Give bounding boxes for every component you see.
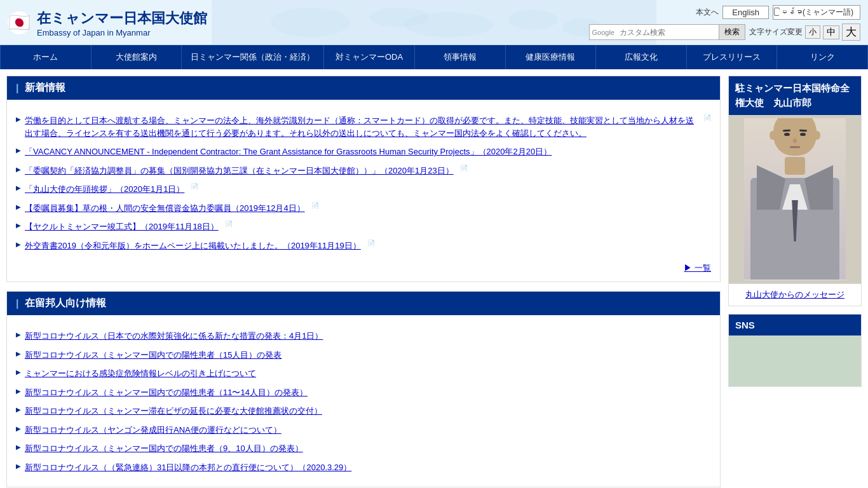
font-medium-button[interactable]: 中	[823, 25, 839, 39]
font-large-button[interactable]: 大	[842, 24, 860, 41]
right-sidebar: 駐ミャンマー日本国特命全権大使 丸山市郎	[728, 76, 862, 395]
news-link-0[interactable]: 労働を目的として日本へ渡航する場合、ミャンマーの法令上、海外就労識別カード（通称…	[25, 114, 697, 139]
search-row: Google 検索 文字サイズ変更 小 中 大	[589, 24, 860, 41]
residents-section: 在留邦人向け情報 新型コロナウイルス（日本での水際対策強化に係る新たな措置の発表…	[6, 291, 721, 487]
site-title-japanese: 在ミャンマー日本国大使館	[37, 9, 207, 28]
list-item: 「丸山大使の年頭挨拶」（2020年1月1日） 📄	[16, 180, 711, 199]
news-list: 労働を目的として日本へ渡航する場合、ミャンマーの法令上、海外就労識別カード（通称…	[7, 106, 720, 260]
font-size-controls: 文字サイズ変更 小 中 大	[749, 24, 860, 41]
list-item: 新型コロナウイルス（ミャンマー国内での陽性患者（15人目）の発表	[16, 346, 711, 365]
header-controls: 本文へ English မြန်မာ(ミャンマー語) Google 検索 文字サ…	[589, 5, 860, 41]
sns-block: SNS	[728, 314, 862, 387]
residents-link-7[interactable]: 新型コロナウイルス（（緊急連絡）31日以降の本邦との直行便について）（2020.…	[25, 461, 351, 474]
residents-link-5[interactable]: 新型コロナウイルス（ヤンゴン発成田行ANA便の運行などについて）	[25, 424, 281, 437]
list-item: 「委嘱契約「経済協力調整員」の募集（国別開発協力第三課（在ミャンマー日本国大使館…	[16, 161, 711, 180]
list-item: 労働を目的として日本へ渡航する場合、ミャンマーの法令上、海外就労識別カード（通称…	[16, 111, 711, 142]
news-link-5[interactable]: 【ヤクルトミャンマー竣工式】（2019年11月18日）	[25, 220, 219, 233]
list-item: 新型コロナウイルス（日本での水際対策強化に係る新たな措置の発表：4月1日）	[16, 327, 711, 346]
news-section-header: 新着情報	[7, 76, 720, 100]
pdf-icon-5: 📄	[225, 220, 233, 227]
font-size-label: 文字サイズ変更	[749, 27, 803, 37]
sns-content	[729, 336, 861, 386]
pdf-icon-3: 📄	[191, 183, 198, 190]
ichiran-row: 一覧	[7, 260, 720, 276]
nav-item-health[interactable]: 健康医療情報	[506, 45, 597, 69]
site-header: 🇯🇵 在ミャンマー日本国大使館 Embassy of Japan in Myan…	[0, 0, 868, 45]
residents-title: 在留邦人向け情報	[25, 297, 106, 310]
flag-icon: 🇯🇵	[8, 11, 31, 34]
left-content: 新着情報 労働を目的として日本へ渡航する場合、ミャンマーの法令上、海外就労識別カ…	[6, 76, 721, 488]
nav-item-links[interactable]: リンク	[777, 45, 868, 69]
nav-item-embassy[interactable]: 大使館案内	[92, 45, 182, 69]
pdf-icon-0: 📄	[703, 114, 711, 121]
list-item: 新型コロナウイルス（ヤンゴン発成田行ANA便の運行などについて）	[16, 421, 711, 440]
list-item: 新型コロナウイルス（ミャンマー国内での陽性患者（11〜14人目）の発表）	[16, 383, 711, 402]
residents-link-3[interactable]: 新型コロナウイルス（ミャンマー国内での陽性患者（11〜14人目）の発表）	[25, 386, 308, 399]
nav-item-home[interactable]: ホーム	[0, 45, 92, 69]
svg-point-2	[370, 8, 429, 27]
search-button[interactable]: 検索	[719, 25, 745, 39]
nav-item-press[interactable]: プレスリリース	[687, 45, 778, 69]
pdf-icon-6: 📄	[367, 240, 375, 247]
google-label: Google	[590, 29, 617, 36]
ichiran-link[interactable]: 一覧	[684, 263, 711, 273]
list-item: 【委嘱員募集】草の根・人間の安全無償資金協力委嘱員（2019年12月4日） 📄	[16, 199, 711, 218]
sns-header: SNS	[729, 315, 861, 336]
ambassador-block: 駐ミャンマー日本国特命全権大使 丸山市郎	[728, 76, 862, 306]
ambassador-photo	[729, 115, 861, 283]
svg-point-3	[404, 12, 493, 37]
nav-item-relations[interactable]: 日ミャンマー関係（政治・経済）	[182, 45, 324, 69]
ambassador-header: 駐ミャンマー日本国特命全権大使 丸山市郎	[729, 76, 861, 115]
list-item: 新型コロナウイルス（ミャンマー滞在ビザの延長に必要な大使館推薦状の交付）	[16, 402, 711, 421]
site-title-block: 在ミャンマー日本国大使館 Embassy of Japan in Myanmar	[37, 9, 207, 37]
english-button[interactable]: English	[722, 6, 769, 19]
nav-item-culture[interactable]: 広報文化	[596, 45, 687, 69]
news-link-1[interactable]: 「VACANCY ANNOUNCEMENT - Independent Cont…	[25, 146, 552, 158]
residents-link-6[interactable]: 新型コロナウイルス（ミャンマー国内での陽性患者（9、10人目）の発表）	[25, 442, 303, 455]
search-input[interactable]	[617, 27, 719, 38]
news-title: 新着情報	[25, 81, 65, 95]
list-item: 新型コロナウイルス（ミャンマー国内での陽性患者（9、10人目）の発表）	[16, 439, 711, 458]
residents-link-0[interactable]: 新型コロナウイルス（日本での水際対策強化に係る新たな措置の発表：4月1日）	[25, 330, 323, 342]
font-small-button[interactable]: 小	[805, 25, 820, 39]
main-navigation: ホーム 大使館案内 日ミャンマー関係（政治・経済） 対ミャンマーODA 領事情報…	[0, 45, 868, 69]
list-item: 【ヤクルトミャンマー竣工式】（2019年11月18日） 📄	[16, 217, 711, 236]
nav-item-oda[interactable]: 対ミャンマーODA	[324, 45, 415, 69]
pdf-icon-4: 📄	[311, 202, 319, 209]
residents-link-4[interactable]: 新型コロナウイルス（ミャンマー滞在ビザの延長に必要な大使館推薦状の交付）	[25, 405, 322, 417]
list-item: 外交青書2019（令和元年版）をホームページ上に掲載いたしました。（2019年1…	[16, 236, 711, 255]
myanmar-button[interactable]: မြန်မာ(ミャンマー語)	[773, 5, 860, 20]
honbun-link[interactable]: 本文へ	[696, 7, 719, 18]
residents-link-2[interactable]: ミャンマーにおける感染症危険情報レベルの引き上げについて	[25, 367, 256, 380]
ambassador-message-link[interactable]: 丸山大使からのメッセージ	[729, 283, 861, 306]
list-item: 「VACANCY ANNOUNCEMENT - Independent Cont…	[16, 142, 711, 161]
search-input-wrap: Google 検索	[589, 24, 745, 40]
pdf-icon-2: 📄	[460, 165, 468, 172]
list-item: 新型コロナウイルス（（緊急連絡）31日以降の本邦との直行便について）（2020.…	[16, 458, 711, 477]
news-link-3[interactable]: 「丸山大使の年頭挨拶」（2020年1月1日）	[25, 183, 184, 196]
list-item: ミャンマーにおける感染症危険情報レベルの引き上げについて	[16, 364, 711, 383]
news-section: 新着情報 労働を目的として日本へ渡航する場合、ミャンマーの法令上、海外就労識別カ…	[6, 76, 721, 282]
svg-point-4	[508, 10, 558, 30]
news-link-6[interactable]: 外交青書2019（令和元年版）をホームページ上に掲載いたしました。（2019年1…	[25, 240, 361, 252]
news-link-2[interactable]: 「委嘱契約「経済協力調整員」の募集（国別開発協力第三課（在ミャンマー日本国大使館…	[25, 165, 454, 177]
nav-item-consular[interactable]: 領事情報	[415, 45, 506, 69]
site-title-english: Embassy of Japan in Myanmar	[37, 28, 207, 37]
site-branding: 🇯🇵 在ミャンマー日本国大使館 Embassy of Japan in Myan…	[8, 9, 207, 37]
news-link-4[interactable]: 【委嘱員募集】草の根・人間の安全無償資金協力委嘱員（2019年12月4日）	[25, 202, 305, 215]
residents-link-1[interactable]: 新型コロナウイルス（ミャンマー国内での陽性患者（15人目）の発表	[25, 349, 281, 362]
main-content: 新着情報 労働を目的として日本へ渡航する場合、ミャンマーの法令上、海外就労識別カ…	[0, 69, 868, 488]
residents-section-header: 在留邦人向け情報	[7, 292, 720, 315]
svg-point-1	[271, 8, 349, 37]
language-row: 本文へ English မြန်မာ(ミャンマー語)	[696, 5, 860, 20]
residents-list: 新型コロナウイルス（日本での水際対策強化に係る新たな措置の発表：4月1日） 新型…	[7, 322, 720, 482]
